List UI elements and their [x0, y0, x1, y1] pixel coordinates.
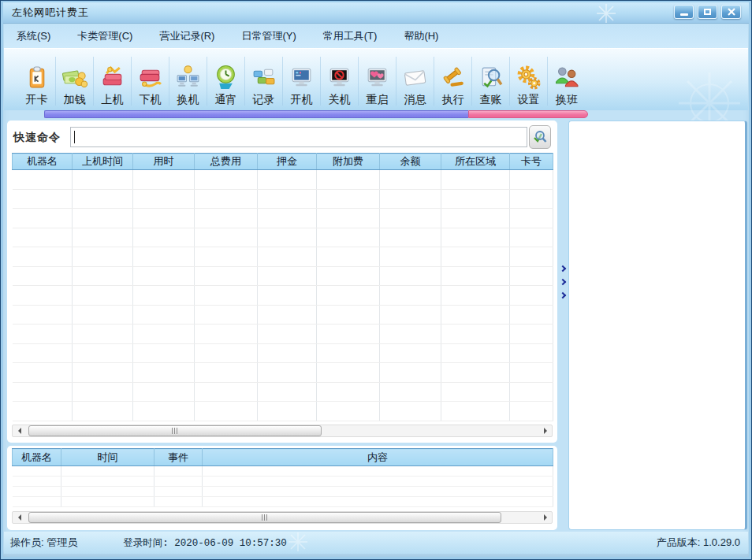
table-cell: [258, 247, 317, 267]
toolbar-label: 设置: [518, 93, 540, 106]
toolbar-button-message[interactable]: 消息: [396, 57, 434, 106]
column-header-deposit[interactable]: 押金: [258, 154, 317, 170]
table-row: [13, 325, 553, 344]
menu-help[interactable]: 帮助(H): [404, 29, 438, 43]
column-header-machine-name[interactable]: 机器名: [13, 449, 61, 466]
column-header-event[interactable]: 事件: [154, 449, 203, 466]
table-cell: [317, 228, 380, 247]
toolbar-button-start-session[interactable]: 上机: [94, 57, 132, 106]
table-cell: [380, 382, 441, 402]
table-row: [13, 266, 553, 286]
toolbar-button-settings[interactable]: 设置: [510, 57, 548, 106]
table-cell: [441, 228, 510, 247]
quick-command-input[interactable]: [70, 127, 527, 147]
start-session-icon: [99, 65, 125, 91]
search-check-icon: [532, 129, 548, 145]
table-cell: [441, 209, 510, 228]
table-cell: [317, 286, 380, 306]
menu-daily-management[interactable]: 日常管理(Y): [241, 29, 296, 43]
table-cell: [13, 170, 73, 190]
toolbar-button-add-money[interactable]: 加钱: [56, 57, 94, 106]
toolbar-button-records[interactable]: 记录: [245, 57, 283, 106]
menu-card-management[interactable]: 卡类管理(C): [77, 29, 132, 43]
toolbar-button-switch-machine[interactable]: 换机: [169, 57, 207, 106]
window-controls: [674, 5, 741, 19]
table-cell: [380, 325, 441, 344]
toolbar-button-end-session[interactable]: 下机: [132, 57, 169, 106]
toolbar-label: 上机: [102, 93, 124, 106]
table-cell: [510, 305, 553, 325]
menu-common-tools[interactable]: 常用工具(T): [323, 29, 378, 43]
column-header-total-fee[interactable]: 总费用: [195, 154, 258, 170]
column-header-zone[interactable]: 所在区域: [441, 154, 510, 170]
maximize-button[interactable]: [698, 5, 717, 19]
table-cell: [195, 343, 258, 363]
table-cell: [73, 382, 133, 402]
column-header-machine-name[interactable]: 机器名: [13, 154, 73, 170]
table-cell: [13, 325, 73, 344]
column-header-time[interactable]: 时间: [61, 449, 154, 466]
scroll-left-arrow[interactable]: [13, 425, 25, 436]
table-row: [13, 170, 553, 190]
toolbar-button-audit[interactable]: 查账: [472, 57, 510, 106]
table-cell: [61, 477, 154, 487]
table-cell: [195, 305, 258, 325]
table-row: [13, 487, 553, 497]
scroll-left-arrow[interactable]: [13, 512, 25, 523]
table-cell: [258, 209, 317, 228]
table-cell: [73, 266, 133, 286]
column-header-content[interactable]: 内容: [203, 449, 553, 466]
table-cell: [380, 363, 441, 383]
machines-table-hscrollbar[interactable]: [12, 425, 553, 437]
column-header-balance[interactable]: 余额: [380, 154, 441, 170]
table-cell: [441, 325, 510, 344]
table-cell: [73, 189, 133, 209]
table-cell: [317, 247, 380, 267]
column-header-start-time[interactable]: 上机时间: [73, 154, 133, 170]
scrollbar-thumb[interactable]: [28, 425, 322, 436]
scroll-right-arrow[interactable]: [539, 512, 552, 523]
table-cell: [380, 170, 441, 190]
table-cell: [133, 286, 195, 306]
menu-bar: 系统(S) 卡类管理(C) 营业记录(R) 日常管理(Y) 常用工具(T) 帮助…: [4, 24, 748, 48]
toolbar: 开卡 加钱 上机: [4, 48, 748, 110]
table-cell: [203, 497, 553, 507]
quick-command-search-button[interactable]: [529, 125, 551, 149]
scroll-right-arrow[interactable]: [539, 425, 552, 436]
table-row: [13, 477, 553, 487]
panel-splitter[interactable]: [557, 121, 568, 443]
text-caret: [74, 131, 75, 143]
toolbar-button-power-on[interactable]: 开机: [283, 57, 321, 106]
toolbar-label: 关机: [329, 93, 351, 106]
events-table-hscrollbar[interactable]: [12, 511, 553, 524]
table-cell: [317, 189, 380, 209]
toolbar-button-overnight[interactable]: 通宵: [207, 57, 245, 106]
minimize-button[interactable]: [674, 5, 694, 19]
toolbar-label: 开卡: [26, 93, 48, 106]
toolbar-button-shutdown[interactable]: 关机: [321, 57, 359, 106]
title-bar[interactable]: 左轮网吧计费王: [3, 2, 749, 24]
toolbar-label: 换机: [177, 93, 199, 106]
table-cell: [73, 305, 133, 325]
close-button[interactable]: [721, 5, 741, 19]
table-cell: [441, 402, 510, 421]
scrollbar-thumb[interactable]: [28, 512, 501, 523]
menu-system[interactable]: 系统(S): [17, 29, 50, 43]
table-cell: [61, 497, 154, 507]
toolbar-button-execute[interactable]: 执行: [434, 57, 472, 106]
column-header-duration[interactable]: 用时: [133, 154, 195, 170]
toolbar-button-open-card[interactable]: 开卡: [18, 57, 56, 106]
menu-business-records[interactable]: 营业记录(R): [159, 29, 214, 43]
table-cell: [154, 497, 203, 507]
toolbar-button-shift-change[interactable]: 换班: [548, 57, 586, 106]
table-cell: [133, 266, 195, 286]
table-cell: [13, 189, 73, 209]
chevron-right-icon: [560, 278, 566, 284]
progress-strip-pink: [468, 110, 588, 118]
column-header-surcharge[interactable]: 附加费: [317, 154, 380, 170]
events-table-header: 机器名 时间 事件 内容: [13, 449, 553, 466]
column-header-card-no[interactable]: 卡号: [510, 154, 553, 170]
progress-strip-purple: [44, 110, 468, 118]
table-cell: [380, 343, 441, 363]
toolbar-button-restart[interactable]: 重启: [359, 57, 396, 106]
